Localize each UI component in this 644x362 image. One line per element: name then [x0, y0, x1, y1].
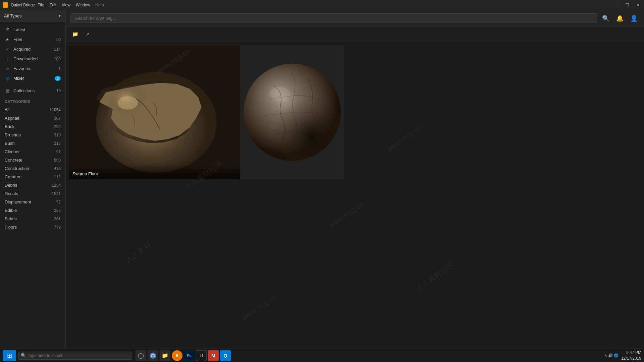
category-concrete[interactable]: Concrete 960: [0, 156, 65, 164]
minimize-button[interactable]: —: [613, 3, 620, 7]
user-button[interactable]: 👤: [629, 13, 639, 24]
taskbar-photoshop[interactable]: Ps: [184, 350, 195, 361]
content-toolbar: 📁 ↗: [66, 27, 644, 42]
category-climber[interactable]: Climber 97: [0, 147, 65, 156]
menu-view[interactable]: View: [62, 3, 70, 7]
taskbar-app-red[interactable]: M: [208, 350, 219, 361]
taskbar-search-input[interactable]: [18, 352, 132, 360]
app-body: All Types ▼ ⏱ Latest ★ Free 50 ✓ Acquire…: [0, 10, 644, 349]
menu-file[interactable]: File: [38, 3, 44, 7]
window-controls: — ❐ ✕: [613, 3, 641, 7]
category-all-count: 11054: [50, 108, 61, 112]
menu-edit[interactable]: Edit: [49, 3, 56, 7]
cortana-icon: ◯: [138, 352, 144, 359]
unreal-icon: U: [200, 353, 203, 358]
chrome-icon: [150, 352, 156, 359]
start-button[interactable]: ⊞: [3, 350, 16, 361]
notification-button[interactable]: 🔔: [614, 13, 625, 24]
category-brick[interactable]: Brick 292: [0, 122, 65, 131]
category-fabric[interactable]: Fabric 261: [0, 215, 65, 223]
svg-point-13: [152, 354, 154, 357]
nav-downloaded-count: 108: [54, 57, 61, 61]
menu-window[interactable]: Window: [76, 3, 90, 7]
taskbar-cortana[interactable]: ◯: [136, 350, 146, 361]
nav-free[interactable]: ★ Free 50: [0, 35, 65, 44]
category-debris-count: 1254: [52, 183, 61, 188]
maximize-button[interactable]: ❐: [624, 3, 631, 7]
nav-acquired[interactable]: ✓ Acquired 114: [0, 44, 65, 54]
nav-latest-label: Latest: [13, 27, 25, 32]
grid-item-swamp-floor[interactable]: Swamp Floor: [69, 45, 240, 179]
blue-app-icon: Q: [224, 353, 227, 358]
svg-point-5: [118, 96, 138, 110]
category-concrete-label: Concrete: [5, 158, 22, 163]
nav-section: ⏱ Latest ★ Free 50 ✓ Acquired 114 ↓ Down…: [0, 22, 65, 86]
app-icon: [3, 2, 8, 8]
category-displacement-count: 52: [56, 200, 61, 204]
nav-downloaded-label: Downloaded: [13, 56, 38, 61]
close-button[interactable]: ✕: [635, 3, 641, 7]
system-clock: 9:47 PM 12/17/2019: [621, 350, 641, 361]
taskbar: ⊞ 🔍 ◯ 📁 B Ps U M: [0, 349, 644, 362]
asset-grid: Swamp Floor: [66, 42, 644, 183]
category-bush[interactable]: Bush 213: [0, 139, 65, 147]
category-creature-count: 112: [54, 175, 61, 179]
category-decals[interactable]: Decals 1541: [0, 189, 65, 198]
nav-favorites[interactable]: ☆ Favorites 1: [0, 64, 65, 73]
taskbar-chrome[interactable]: [148, 350, 158, 361]
category-bush-label: Bush: [5, 141, 15, 146]
app-title: Quixel Bridge: [11, 3, 35, 7]
nav-mixer[interactable]: ◎ Mixer 2: [0, 73, 65, 83]
category-displacement-label: Displacement: [5, 199, 31, 204]
topbar: 🔍 🔔 👤: [66, 10, 644, 27]
category-climber-label: Climber: [5, 149, 20, 154]
nav-collections[interactable]: ▤ Collections 19: [0, 86, 65, 96]
export-button[interactable]: ↗: [83, 29, 92, 39]
sidebar: All Types ▼ ⏱ Latest ★ Free 50 ✓ Acquire…: [0, 10, 66, 349]
nav-acquired-count: 114: [54, 47, 61, 52]
nav-mixer-label: Mixer: [13, 76, 24, 81]
category-edible[interactable]: Edible 286: [0, 206, 65, 215]
nav-downloaded[interactable]: ↓ Downloaded 108: [0, 54, 65, 64]
taskbar-blender[interactable]: B: [172, 350, 182, 361]
category-brushes[interactable]: Brushes 319: [0, 131, 65, 139]
svg-point-10: [270, 86, 290, 101]
category-asphalt-label: Asphalt: [5, 116, 19, 121]
search-button[interactable]: 🔍: [600, 13, 611, 24]
sphere-image: [240, 45, 344, 179]
titlebar: Quixel Bridge File Edit View Window Help…: [0, 0, 644, 10]
category-floors-count: 779: [54, 225, 61, 230]
category-construction-label: Construction: [5, 166, 29, 171]
clock-date: 12/17/2019: [621, 356, 641, 361]
category-creature[interactable]: Creature 112: [0, 173, 65, 181]
category-construction[interactable]: Construction 436: [0, 164, 65, 173]
category-floors[interactable]: Floors 779: [0, 223, 65, 231]
taskbar-unreal[interactable]: U: [196, 350, 207, 361]
category-concrete-count: 960: [54, 158, 61, 163]
category-brushes-count: 319: [54, 133, 61, 137]
category-debris[interactable]: Debris 1254: [0, 181, 65, 189]
category-all[interactable]: All 11054: [0, 106, 65, 114]
category-construction-count: 436: [54, 166, 61, 171]
swamp-floor-image: [69, 45, 240, 179]
category-fabric-label: Fabric: [5, 216, 17, 221]
favorites-icon: ☆: [5, 66, 10, 71]
nav-latest[interactable]: ⏱ Latest: [0, 25, 65, 35]
category-debris-label: Debris: [5, 183, 17, 188]
search-input[interactable]: [70, 13, 597, 23]
menu-help[interactable]: Help: [96, 3, 104, 7]
category-asphalt-count: 307: [54, 116, 61, 121]
nav-collections-label: Collections: [13, 88, 35, 93]
red-app-icon: M: [211, 353, 215, 358]
category-displacement[interactable]: Displacement 52: [0, 198, 65, 206]
folder-button[interactable]: 📁: [70, 29, 80, 39]
taskbar-app-blue[interactable]: Q: [220, 350, 231, 361]
taskbar-explorer[interactable]: 📁: [160, 350, 170, 361]
explorer-icon: 📁: [162, 352, 168, 359]
type-selector[interactable]: All Types ▼: [0, 10, 65, 22]
category-climber-count: 97: [56, 149, 61, 154]
star-icon: ★: [5, 37, 10, 42]
grid-item-sphere[interactable]: [240, 45, 344, 179]
category-asphalt[interactable]: Asphalt 307: [0, 114, 65, 122]
mixer-icon: ◎: [5, 76, 10, 81]
